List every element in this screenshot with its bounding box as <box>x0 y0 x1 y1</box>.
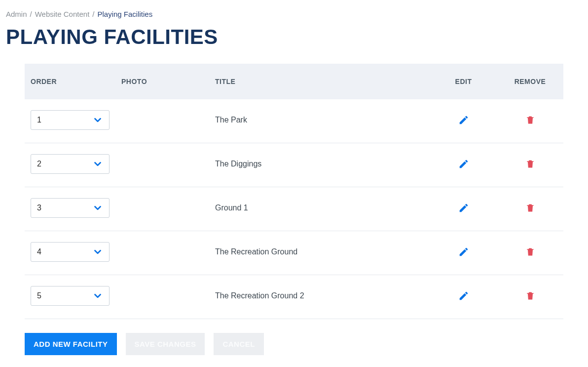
remove-button[interactable] <box>523 288 537 303</box>
edit-button[interactable] <box>456 245 471 259</box>
breadcrumb-sep: / <box>92 10 94 18</box>
pencil-icon <box>458 290 469 301</box>
pencil-icon <box>458 246 469 257</box>
trash-icon <box>525 159 535 169</box>
breadcrumb-current: Playing Facilities <box>98 10 153 18</box>
table-row: 5The Recreation Ground 2 <box>25 275 563 319</box>
order-value: 2 <box>37 160 41 168</box>
col-header-edit: EDIT <box>430 64 497 99</box>
order-select[interactable]: 2 <box>31 154 110 174</box>
pencil-icon <box>458 115 469 125</box>
table-row: 3Ground 1 <box>25 187 563 231</box>
pencil-icon <box>458 159 469 169</box>
trash-icon <box>525 203 535 213</box>
col-header-photo: PHOTO <box>115 64 209 99</box>
table-row: 4The Recreation Ground <box>25 231 563 275</box>
col-header-order: ORDER <box>25 64 115 99</box>
order-select[interactable]: 5 <box>31 286 110 306</box>
order-select[interactable]: 3 <box>31 198 110 218</box>
save-changes-button[interactable]: SAVE CHANGES <box>126 333 205 355</box>
table-row: 2The Diggings <box>25 143 563 187</box>
chevron-down-icon <box>92 203 103 213</box>
title-cell: The Recreation Ground 2 <box>209 275 430 319</box>
photo-cell <box>115 143 209 187</box>
photo-cell <box>115 275 209 319</box>
remove-button[interactable] <box>523 201 537 215</box>
col-header-title: TITLE <box>209 64 430 99</box>
title-cell: The Recreation Ground <box>209 231 430 275</box>
breadcrumb-admin[interactable]: Admin <box>6 10 27 18</box>
photo-cell <box>115 231 209 275</box>
trash-icon <box>525 246 535 257</box>
chevron-down-icon <box>92 115 103 125</box>
photo-cell <box>115 99 209 143</box>
trash-icon <box>525 115 535 125</box>
order-value: 4 <box>37 247 41 256</box>
col-header-remove: REMOVE <box>497 64 563 99</box>
chevron-down-icon <box>92 290 103 301</box>
edit-button[interactable] <box>456 288 471 303</box>
action-bar: ADD NEW FACILITY SAVE CHANGES CANCEL <box>25 333 582 355</box>
order-value: 1 <box>37 116 41 124</box>
title-cell: The Park <box>209 99 430 143</box>
remove-button[interactable] <box>523 157 537 171</box>
table-row: 1The Park <box>25 99 563 143</box>
remove-button[interactable] <box>523 113 537 127</box>
chevron-down-icon <box>92 159 103 169</box>
add-new-facility-button[interactable]: ADD NEW FACILITY <box>25 333 117 355</box>
edit-button[interactable] <box>456 113 471 127</box>
order-select[interactable]: 4 <box>31 242 110 262</box>
order-value: 3 <box>37 204 41 212</box>
chevron-down-icon <box>92 246 103 257</box>
order-value: 5 <box>37 291 41 300</box>
trash-icon <box>525 290 535 301</box>
cancel-button[interactable]: CANCEL <box>214 333 264 355</box>
photo-cell <box>115 187 209 231</box>
remove-button[interactable] <box>523 245 537 259</box>
breadcrumb: Admin / Website Content / Playing Facili… <box>6 10 582 18</box>
breadcrumb-sep: / <box>30 10 32 18</box>
facilities-table: ORDER PHOTO TITLE EDIT REMOVE 1The Park2… <box>25 64 563 319</box>
edit-button[interactable] <box>456 157 471 171</box>
title-cell: Ground 1 <box>209 187 430 231</box>
title-cell: The Diggings <box>209 143 430 187</box>
edit-button[interactable] <box>456 201 471 215</box>
page-title: PLAYING FACILITIES <box>6 25 582 49</box>
pencil-icon <box>458 203 469 213</box>
order-select[interactable]: 1 <box>31 110 110 130</box>
breadcrumb-website-content[interactable]: Website Content <box>35 10 90 18</box>
